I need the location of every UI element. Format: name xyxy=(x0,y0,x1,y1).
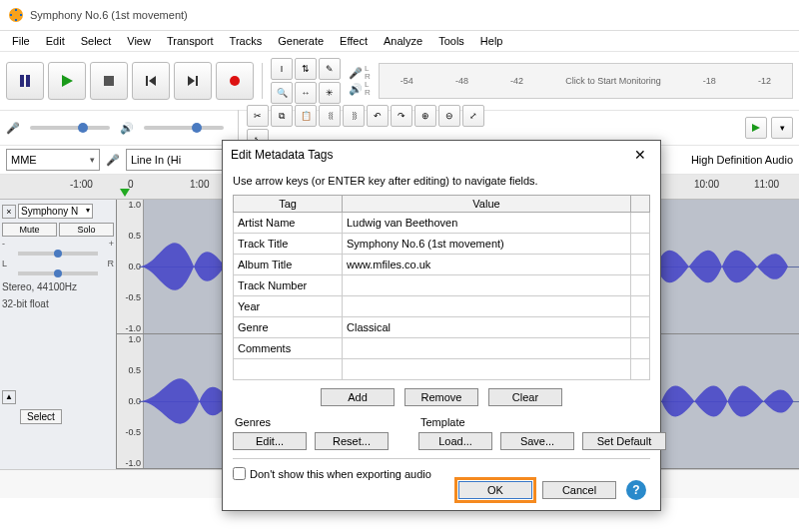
track-control-panel: × Symphony N Mute Solo -+ LR Stereo, 441… xyxy=(0,200,117,469)
copy-icon[interactable]: ⧉ xyxy=(271,105,293,127)
remove-button[interactable]: Remove xyxy=(404,388,478,406)
table-row xyxy=(234,359,650,380)
envelope-tool-icon[interactable]: ⇅ xyxy=(295,58,317,80)
mic-icon: 🎤 xyxy=(106,154,120,167)
skip-end-button[interactable] xyxy=(174,62,212,100)
dont-show-checkbox-input[interactable] xyxy=(233,467,246,480)
menu-select[interactable]: Select xyxy=(73,33,120,49)
mic-channel-labels: 🎤LR 🔊LR xyxy=(349,65,371,97)
app-logo-icon xyxy=(8,7,24,23)
ok-button[interactable]: OK xyxy=(458,481,532,499)
cancel-button[interactable]: Cancel xyxy=(542,481,616,499)
selection-tool-icon[interactable]: I xyxy=(271,58,293,80)
multi-tool-icon[interactable]: ✳ xyxy=(319,82,341,104)
stop-button[interactable] xyxy=(90,62,128,100)
menu-file[interactable]: File xyxy=(4,33,38,49)
zoom-out-icon[interactable]: ⊖ xyxy=(438,105,460,127)
zoom-tool-icon[interactable]: 🔍 xyxy=(271,82,293,104)
audio-host-combo[interactable]: MME xyxy=(6,149,100,171)
recording-volume-slider[interactable] xyxy=(30,126,110,130)
window-title: Symphony No.6 (1st movement) xyxy=(30,9,188,21)
cut-icon[interactable]: ✂ xyxy=(247,105,269,127)
menu-generate[interactable]: Generate xyxy=(270,33,332,49)
value-cell[interactable] xyxy=(343,296,631,317)
mic-icon: 🎤 xyxy=(349,67,363,80)
template-save-button[interactable]: Save... xyxy=(500,432,574,450)
table-row: Year xyxy=(234,296,650,317)
trim-icon[interactable]: ⧛ xyxy=(319,105,341,127)
value-cell[interactable] xyxy=(343,275,631,296)
menu-effect[interactable]: Effect xyxy=(332,33,376,49)
pan-left: L xyxy=(2,259,7,268)
menu-edit[interactable]: Edit xyxy=(38,33,73,49)
track-name-combo[interactable]: Symphony N xyxy=(18,204,93,219)
svg-rect-5 xyxy=(146,76,148,86)
meter-tick: -48 xyxy=(455,76,468,86)
meter-tick: -12 xyxy=(758,76,771,86)
draw-tool-icon[interactable]: ✎ xyxy=(319,58,341,80)
track-select-button[interactable]: Select xyxy=(20,409,62,424)
play-button[interactable] xyxy=(48,62,86,100)
skip-start-button[interactable] xyxy=(132,62,170,100)
dont-show-label: Don't show this when exporting audio xyxy=(250,468,431,480)
menubar: File Edit Select View Transport Tracks G… xyxy=(0,31,799,52)
play-speed-dropdown-icon[interactable]: ▾ xyxy=(771,117,793,139)
playback-volume-slider[interactable] xyxy=(144,126,224,130)
redo-icon[interactable]: ↷ xyxy=(391,105,412,127)
table-row: Comments xyxy=(234,338,650,359)
fit-selection-icon[interactable]: ⤢ xyxy=(462,105,484,127)
collapse-icon[interactable]: ▲ xyxy=(2,390,16,404)
timeshift-tool-icon[interactable]: ↔ xyxy=(295,82,317,104)
timeline-tick: 1:00 xyxy=(190,179,209,190)
genres-edit-button[interactable]: Edit... xyxy=(233,432,307,450)
silence-icon[interactable]: ⧚ xyxy=(343,105,365,127)
column-header-value[interactable]: Value xyxy=(343,196,631,213)
pan-right: R xyxy=(108,259,115,268)
value-cell[interactable] xyxy=(343,359,631,380)
play-at-speed-icon[interactable] xyxy=(745,117,767,139)
value-cell[interactable]: Ludwig van Beethoven xyxy=(343,213,631,234)
undo-icon[interactable]: ↶ xyxy=(367,105,389,127)
dont-show-checkbox[interactable]: Don't show this when exporting audio xyxy=(233,467,650,480)
template-setdefault-button[interactable]: Set Default xyxy=(582,432,666,450)
menu-view[interactable]: View xyxy=(119,33,159,49)
solo-button[interactable]: Solo xyxy=(59,223,114,237)
add-button[interactable]: Add xyxy=(321,388,395,406)
edit-metadata-dialog: Edit Metadata Tags ✕ Use arrow keys (or … xyxy=(222,140,661,511)
playhead-cursor-icon[interactable] xyxy=(120,189,130,197)
value-cell[interactable]: Symphony No.6 (1st movement) xyxy=(343,234,631,255)
menu-transport[interactable]: Transport xyxy=(159,33,222,49)
menu-tracks[interactable]: Tracks xyxy=(222,33,271,49)
menu-help[interactable]: Help xyxy=(472,33,511,49)
close-icon[interactable]: ✕ xyxy=(628,143,652,167)
svg-rect-1 xyxy=(20,75,24,87)
template-load-button[interactable]: Load... xyxy=(418,432,492,450)
value-cell[interactable]: www.mfiles.co.uk xyxy=(343,255,631,275)
mic-icon: 🎤 xyxy=(6,122,20,135)
genres-reset-button[interactable]: Reset... xyxy=(315,432,389,450)
separator xyxy=(262,63,263,99)
clear-button[interactable]: Clear xyxy=(488,388,562,406)
timeline-tick: 10:00 xyxy=(694,179,719,190)
zoom-in-icon[interactable]: ⊕ xyxy=(414,105,436,127)
svg-marker-3 xyxy=(62,75,73,87)
recording-meter[interactable]: -54 -48 -42 Click to Start Monitoring -1… xyxy=(379,63,793,99)
dialog-hint: Use arrow keys (or ENTER key after editi… xyxy=(233,175,650,187)
pan-slider[interactable] xyxy=(18,271,98,275)
track-close-icon[interactable]: × xyxy=(2,205,16,219)
meter-tick: -42 xyxy=(510,76,523,86)
value-cell[interactable] xyxy=(343,338,631,359)
menu-tools[interactable]: Tools xyxy=(430,33,472,49)
paste-icon[interactable]: 📋 xyxy=(295,105,317,127)
genres-group: Genres Edit... Reset... xyxy=(233,414,389,450)
mute-button[interactable]: Mute xyxy=(2,223,57,237)
menu-analyze[interactable]: Analyze xyxy=(376,33,430,49)
column-header-tag[interactable]: Tag xyxy=(234,196,343,213)
svg-rect-8 xyxy=(196,76,198,86)
value-cell[interactable]: Classical xyxy=(343,317,631,338)
tool-palette: I ⇅ ✎ 🔍 ↔ ✳ xyxy=(271,58,341,104)
record-button[interactable] xyxy=(216,62,254,100)
help-icon[interactable]: ? xyxy=(626,480,646,500)
pause-button[interactable] xyxy=(6,62,44,100)
gain-slider[interactable] xyxy=(18,252,98,256)
